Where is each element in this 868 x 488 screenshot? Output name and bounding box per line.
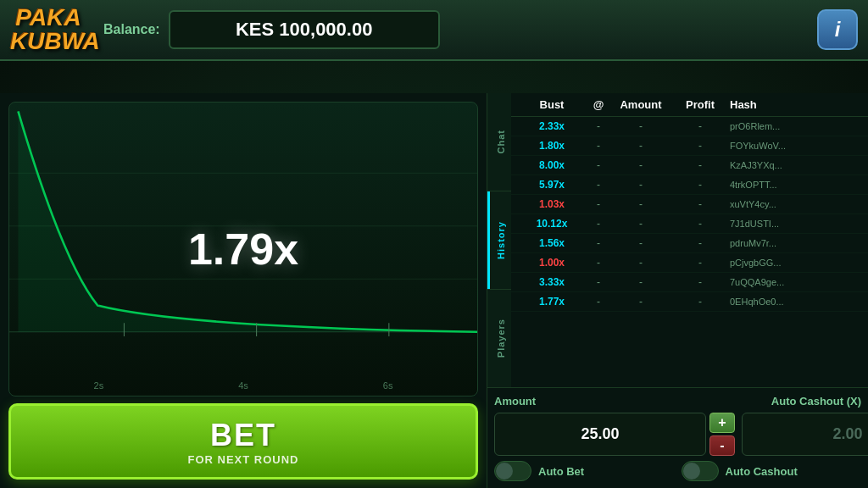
tab-chat[interactable]: Chat [487,93,511,191]
cell-amount: - [611,159,670,171]
cell-bust: 1.77x [518,296,586,308]
info-button[interactable]: i [817,9,858,50]
table-row[interactable]: 2.33x - - - prO6Rlem... [511,117,868,136]
chart-container: 1.79x 2s4s6s [8,102,478,396]
table-row[interactable]: 5.97x - - - 4trkOPTT... [511,175,868,195]
cell-hash: xuVtY4cy... [730,199,861,209]
logo: PAKA KUBWA [10,6,86,53]
cell-bust: 1.56x [518,237,586,249]
amount-label: Amount [494,395,536,408]
balance-section: Balance: KES 100,000.00 [103,10,809,49]
cell-profit: - [670,276,730,288]
cell-hash: 0EHqhOe0... [730,297,861,307]
header: PAKA KUBWA Balance: KES 100,000.00 i [0,0,868,61]
cell-amount: - [611,276,670,288]
cell-profit: - [670,120,730,132]
amount-input[interactable] [494,413,706,456]
cell-hash: FOYkuWoV... [730,141,861,151]
tab-chat-label: Chat [496,130,506,153]
cell-at: - [586,296,611,308]
col-profit: Profit [670,98,730,111]
cell-hash: prO6Rlem... [730,121,861,131]
cell-hash: 7uQQA9ge... [730,277,861,287]
cell-bust: 2.33x [518,120,586,132]
table-row[interactable]: 1.00x - - - pCjvgbGG... [511,253,868,273]
cell-hash: KzAJ3YXq... [730,160,861,170]
col-amount: Amount [611,98,670,111]
bet-button[interactable]: BET FOR NEXT ROUND [8,403,478,480]
cell-profit: - [670,140,730,152]
autocashout-input-group: + - [742,413,868,456]
table-row[interactable]: 1.56x - - - pdruMv7r... [511,234,868,253]
cell-profit: - [670,179,730,191]
cell-bust: 1.80x [518,140,586,152]
cell-hash: pCjvgbGG... [730,258,861,268]
cell-hash: 4trkOPTT... [730,180,861,190]
cell-at: - [586,218,611,230]
cell-amount: - [611,198,670,210]
tab-players-label: Players [496,319,506,358]
bet-main-label: BET [210,418,276,453]
amount-plus-button[interactable]: + [709,413,735,433]
cell-bust: 8.00x [518,159,586,171]
logo-line2: KUBWA [10,30,86,53]
tab-history[interactable]: History [487,191,511,289]
table-row[interactable]: 3.33x - - - 7uQQA9ge... [511,273,868,292]
balance-label: Balance: [103,22,160,37]
cell-at: - [586,140,611,152]
table-row[interactable]: 1.77x - - - 0EHqhOe0... [511,292,868,312]
bet-section: BET FOR NEXT ROUND [8,403,478,480]
col-hash: Hash [730,98,861,111]
cell-at: - [586,257,611,269]
cell-at: - [586,237,611,249]
tab-history-label: History [496,221,506,259]
table-row[interactable]: 1.80x - - - FOYkuWoV... [511,136,868,156]
history-table: Bust @ Amount Profit Hash 2.33x - - - pr… [511,93,868,387]
right-panel: Chat History Players Bust @ Amount Profi… [487,93,868,488]
cell-amount: - [611,140,670,152]
panel-upper: Chat History Players Bust @ Amount Profi… [487,93,868,387]
table-row[interactable]: 8.00x - - - KzAJ3YXq... [511,156,868,175]
balance-value: KES 100,000.00 [169,10,440,49]
tab-players[interactable]: Players [487,290,511,387]
cell-bust: 10.12x [518,218,586,230]
cell-profit: - [670,237,730,249]
table-row[interactable]: 10.12x - - - 7J1dUSTI... [511,214,868,234]
side-tabs: Chat History Players [487,93,511,387]
game-area: 1.79x 2s4s6s BET FOR NEXT ROUND [0,93,487,488]
controls-labels: Amount Auto Cashout (X) [494,395,861,408]
axis-label: 4s [238,380,248,391]
chart-axis-labels: 2s4s6s [9,380,477,391]
amount-input-group: + - [494,413,735,456]
autocashout-toggle[interactable] [682,461,719,481]
col-at: @ [586,98,611,111]
cell-at: - [586,198,611,210]
cell-profit: - [670,218,730,230]
axis-label: 6s [383,380,393,391]
cell-hash: 7J1dUSTI... [730,219,861,229]
cell-at: - [586,159,611,171]
cell-profit: - [670,296,730,308]
table-row[interactable]: 1.03x - - - xuVtY4cy... [511,195,868,214]
autocashout-label: Auto Cashout (X) [771,395,861,408]
controls-row: + - + - [494,413,861,456]
cell-amount: - [611,237,670,249]
toggle-row: Auto Bet Auto Cashout [494,461,861,481]
axis-label: 2s [94,380,104,391]
table-header: Bust @ Amount Profit Hash [511,93,868,117]
autobet-label: Auto Bet [538,465,584,478]
cell-at: - [586,276,611,288]
autobet-toggle[interactable] [494,461,531,481]
col-bust: Bust [518,98,586,111]
cell-amount: - [611,120,670,132]
cell-bust: 1.00x [518,257,586,269]
autocashout-input[interactable] [742,413,868,456]
autobet-toggle-group: Auto Bet [494,461,675,481]
cell-at: - [586,179,611,191]
cell-amount: - [611,218,670,230]
cell-amount: - [611,257,670,269]
table-rows: 2.33x - - - prO6Rlem... 1.80x - - - FOYk… [511,117,868,312]
cell-amount: - [611,296,670,308]
amount-minus-button[interactable]: - [709,435,735,456]
cell-bust: 3.33x [518,276,586,288]
